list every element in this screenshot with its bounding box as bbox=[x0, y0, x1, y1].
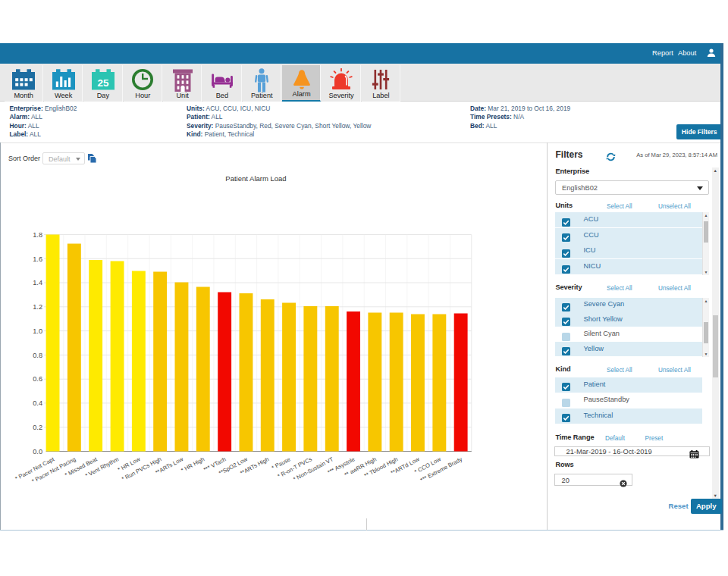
svg-text:1.2: 1.2 bbox=[33, 303, 42, 311]
svg-text:0.6: 0.6 bbox=[33, 375, 42, 383]
svg-text:25: 25 bbox=[97, 77, 109, 89]
svg-text:0.4: 0.4 bbox=[33, 399, 42, 407]
svg-text:1.8: 1.8 bbox=[33, 231, 42, 239]
svg-text:1.6: 1.6 bbox=[33, 255, 42, 263]
svg-text:1.0: 1.0 bbox=[33, 327, 42, 335]
svg-text:0.8: 0.8 bbox=[33, 352, 42, 359]
svg-text:* HR High: * HR High bbox=[180, 455, 206, 474]
svg-text:0.0: 0.0 bbox=[33, 448, 42, 455]
svg-text:1.4: 1.4 bbox=[33, 279, 42, 286]
svg-text:0.2: 0.2 bbox=[33, 424, 42, 431]
